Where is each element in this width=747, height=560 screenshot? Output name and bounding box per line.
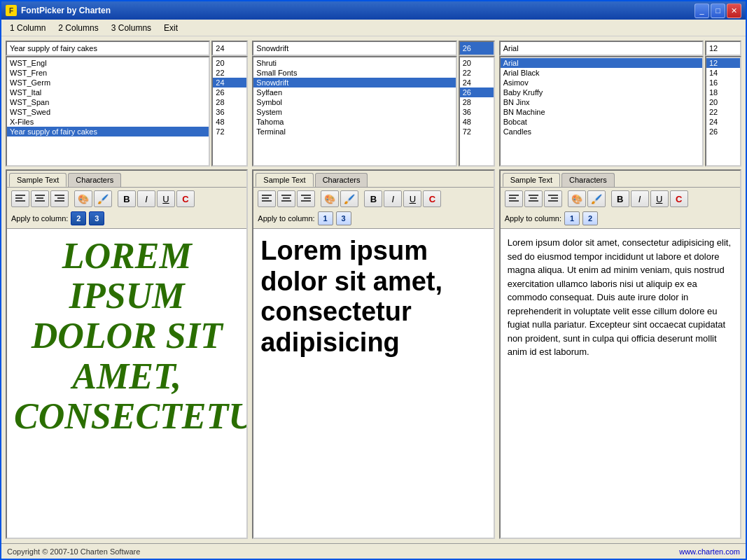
size-item[interactable]: 72	[213, 127, 246, 136]
tab-sample-text-2[interactable]: Sample Text	[256, 173, 313, 187]
color-text-btn-1[interactable]: C	[176, 190, 195, 207]
size-item[interactable]: 72	[460, 127, 494, 136]
size-item[interactable]: 14	[706, 68, 740, 78]
underline-btn-2[interactable]: U	[403, 190, 421, 207]
color-picker-btn-2[interactable]: 🎨	[321, 190, 339, 207]
close-button[interactable]: ✕	[727, 4, 741, 18]
align-right-btn-2[interactable]	[297, 190, 315, 207]
bold-btn-1[interactable]: B	[118, 190, 136, 207]
size-item[interactable]: 22	[460, 68, 494, 78]
size-item[interactable]: 20	[706, 97, 740, 107]
size-item[interactable]: 20	[460, 58, 494, 68]
align-center-btn-1[interactable]	[31, 190, 49, 207]
bold-btn-2[interactable]: B	[364, 190, 382, 207]
size-item[interactable]: 18	[706, 88, 740, 97]
font-item[interactable]: Tahoma	[253, 117, 455, 127]
font-item-selected[interactable]: Year supply of fairy cakes	[7, 127, 209, 136]
underline-btn-3[interactable]: U	[650, 190, 669, 207]
color-picker-btn-3[interactable]: 🎨	[568, 190, 586, 207]
size-item[interactable]: 36	[460, 107, 494, 117]
size-listbox-1[interactable]: 20 22 24 26 28 36 48 72	[211, 56, 248, 167]
menu-exit[interactable]: Exit	[158, 22, 183, 34]
align-right-btn-1[interactable]	[50, 190, 69, 207]
website-link[interactable]: www.charten.com	[679, 547, 740, 556]
font-listbox-1[interactable]: WST_Engl WST_Fren WST_Germ WST_Ital WST_…	[6, 56, 210, 167]
size-item[interactable]: 26	[213, 88, 246, 97]
apply-col2-btn-3[interactable]: 2	[582, 211, 598, 225]
size-item[interactable]: 28	[213, 97, 246, 107]
tab-characters-2[interactable]: Characters	[315, 173, 368, 187]
font-item-selected[interactable]: Arial	[501, 58, 702, 68]
size-item[interactable]: 48	[213, 117, 246, 127]
font-item[interactable]: Sylfaen	[253, 88, 455, 97]
size-item[interactable]: 20	[213, 58, 246, 68]
font-item[interactable]: WST_Fren	[7, 68, 209, 78]
size-item[interactable]: 16	[706, 78, 740, 88]
font-item[interactable]: System	[253, 107, 455, 117]
menu-2columns[interactable]: 2 Columns	[53, 22, 104, 34]
underline-btn-1[interactable]: U	[157, 190, 175, 207]
font-item[interactable]: BN Jinx	[501, 97, 702, 107]
size-item[interactable]: 24	[706, 117, 740, 127]
paint-btn-2[interactable]: 🖌️	[340, 190, 358, 207]
font-item[interactable]: Candles	[501, 127, 702, 136]
color-picker-btn-1[interactable]: 🎨	[74, 190, 92, 207]
tab-sample-text-1[interactable]: Sample Text	[9, 173, 67, 187]
size-item[interactable]: 24	[460, 78, 494, 88]
align-center-btn-2[interactable]	[277, 190, 295, 207]
preview-scroll-1[interactable]: LOREM IPSUM DOLOR SIT AMET, CONSECTETURE	[7, 229, 246, 538]
italic-btn-3[interactable]: I	[631, 190, 649, 207]
apply-col2-btn-1[interactable]: 2	[71, 211, 86, 225]
paint-btn-1[interactable]: 🖌️	[94, 190, 112, 207]
font-item[interactable]: WST_Span	[7, 97, 209, 107]
apply-col3-btn-1[interactable]: 3	[89, 211, 104, 225]
font-listbox-3[interactable]: Arial Arial Black Asimov Baby Kruffy BN …	[499, 56, 704, 167]
preview-scroll-2[interactable]: Lorem ipsum dolor sit amet, consectetur …	[253, 229, 493, 538]
size-item-selected[interactable]: 24	[213, 78, 246, 88]
tab-characters-1[interactable]: Characters	[68, 173, 121, 187]
font-item[interactable]: X-Files	[7, 117, 209, 127]
font-item[interactable]: WST_Swed	[7, 107, 209, 117]
font-item[interactable]: Baby Kruffy	[501, 88, 702, 97]
preview-scroll-3[interactable]: Lorem ipsum dolor sit amet, consectetur …	[501, 229, 740, 538]
tab-sample-text-3[interactable]: Sample Text	[503, 173, 560, 187]
color-text-btn-3[interactable]: C	[670, 190, 688, 207]
align-left-btn-2[interactable]	[258, 190, 276, 207]
italic-btn-2[interactable]: I	[384, 190, 402, 207]
size-item-selected[interactable]: 26	[460, 88, 494, 97]
font-item[interactable]: Bobcat	[501, 117, 702, 127]
font-item[interactable]: BN Machine	[501, 107, 702, 117]
size-item-selected[interactable]: 12	[706, 58, 740, 68]
size-item[interactable]: 48	[460, 117, 494, 127]
size-item[interactable]: 36	[213, 107, 246, 117]
font-item-selected[interactable]: Snowdrift	[253, 78, 455, 88]
font-item[interactable]: WST_Engl	[7, 58, 209, 68]
font-item[interactable]: Small Fonts	[253, 68, 455, 78]
font-item[interactable]: Symbol	[253, 97, 455, 107]
minimize-button[interactable]: _	[694, 4, 709, 18]
size-listbox-3[interactable]: 12 14 16 18 20 22 24 26	[705, 56, 741, 167]
size-item[interactable]: 26	[706, 127, 740, 136]
align-right-btn-3[interactable]	[544, 190, 562, 207]
font-item[interactable]: Terminal	[253, 127, 455, 136]
apply-col3-btn-2[interactable]: 3	[336, 211, 351, 225]
font-item[interactable]: Arial Black	[501, 68, 702, 78]
apply-col1-btn-2[interactable]: 1	[318, 211, 333, 225]
size-item[interactable]: 22	[213, 68, 246, 78]
size-item[interactable]: 22	[706, 107, 740, 117]
size-listbox-2[interactable]: 20 22 24 26 28 36 48 72	[459, 56, 495, 167]
paint-btn-3[interactable]: 🖌️	[587, 190, 606, 207]
font-item[interactable]: Asimov	[501, 78, 702, 88]
color-text-btn-2[interactable]: C	[423, 190, 441, 207]
maximize-button[interactable]: □	[711, 4, 725, 18]
font-item[interactable]: Shruti	[253, 58, 455, 68]
font-item[interactable]: WST_Germ	[7, 78, 209, 88]
italic-btn-1[interactable]: I	[137, 190, 155, 207]
apply-col1-btn-3[interactable]: 1	[564, 211, 580, 225]
align-left-btn-3[interactable]	[505, 190, 523, 207]
align-left-btn-1[interactable]	[11, 190, 29, 207]
bold-btn-3[interactable]: B	[611, 190, 629, 207]
menu-3columns[interactable]: 3 Columns	[106, 22, 157, 34]
tab-characters-3[interactable]: Characters	[561, 173, 615, 187]
font-item[interactable]: WST_Ital	[7, 88, 209, 97]
